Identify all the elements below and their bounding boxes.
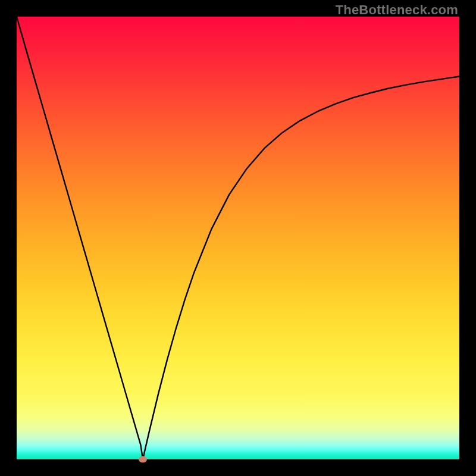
minimum-marker (139, 456, 147, 463)
plot-area (17, 17, 459, 459)
chart-frame: TheBottleneck.com (0, 0, 476, 476)
watermark-label: TheBottleneck.com (336, 2, 458, 18)
bottleneck-curve (17, 17, 459, 459)
